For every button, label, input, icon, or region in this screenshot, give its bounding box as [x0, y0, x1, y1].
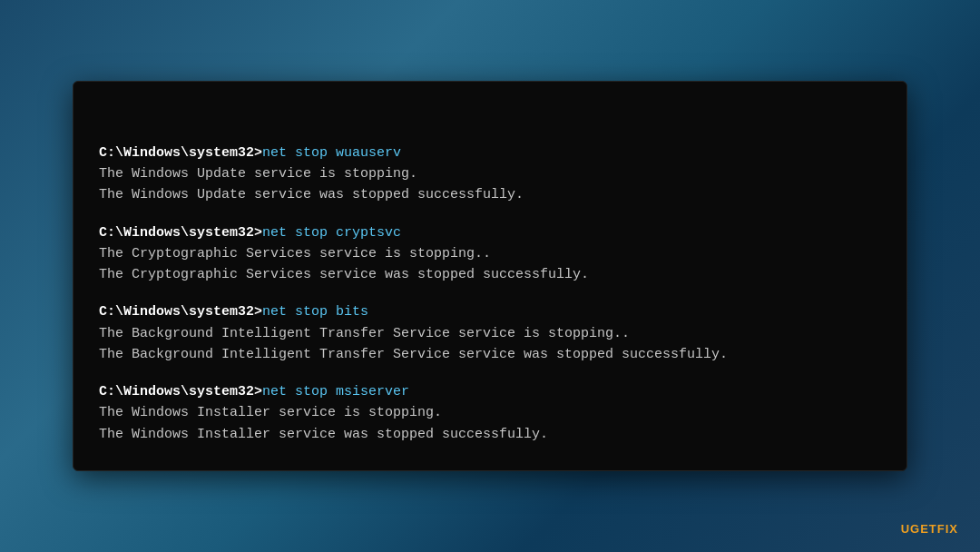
command-line-2: C:\Windows\system32>net stop bits [99, 301, 881, 322]
command-line-3: C:\Windows\system32>net stop msiserver [99, 381, 881, 402]
watermark: UGETFIX [901, 522, 958, 536]
output-line-2-1: The Background Intelligent Transfer Serv… [99, 344, 881, 365]
command-text-3: net stop msiserver [262, 384, 409, 399]
command-text-1: net stop cryptsvc [262, 225, 401, 241]
command-text-0: net stop wuauserv [262, 145, 401, 161]
terminal-block-0: C:\Windows\system32>net stop wuauservThe… [99, 143, 881, 206]
terminal-block-3: C:\Windows\system32>net stop msiserverTh… [99, 381, 881, 445]
output-line-3-0: The Windows Installer service is stoppin… [99, 402, 881, 423]
output-line-1-0: The Cryptographic Services service is st… [99, 243, 881, 264]
output-line-2-0: The Background Intelligent Transfer Serv… [99, 323, 881, 344]
terminal-block-2: C:\Windows\system32>net stop bitsThe Bac… [99, 301, 881, 365]
output-line-0-0: The Windows Update service is stopping. [99, 163, 881, 184]
command-text-2: net stop bits [262, 304, 368, 320]
output-line-1-1: The Cryptographic Services service was s… [99, 264, 881, 285]
terminal-content: C:\Windows\system32>net stop wuauservThe… [99, 100, 881, 445]
prompt-3: C:\Windows\system32> [99, 384, 262, 399]
output-line-3-1: The Windows Installer service was stoppe… [99, 424, 881, 445]
terminal-window: C:\Windows\system32>net stop wuauservThe… [73, 81, 907, 471]
command-line-0: C:\Windows\system32>net stop wuauserv [99, 143, 881, 163]
terminal-block-1: C:\Windows\system32>net stop cryptsvcThe… [99, 222, 881, 286]
watermark-text: UGETFIX [901, 522, 958, 536]
prompt-2: C:\Windows\system32> [99, 304, 262, 320]
output-line-0-1: The Windows Update service was stopped s… [99, 184, 881, 205]
prompt-1: C:\Windows\system32> [99, 225, 262, 241]
command-line-1: C:\Windows\system32>net stop cryptsvc [99, 222, 881, 243]
prompt-0: C:\Windows\system32> [99, 145, 262, 161]
